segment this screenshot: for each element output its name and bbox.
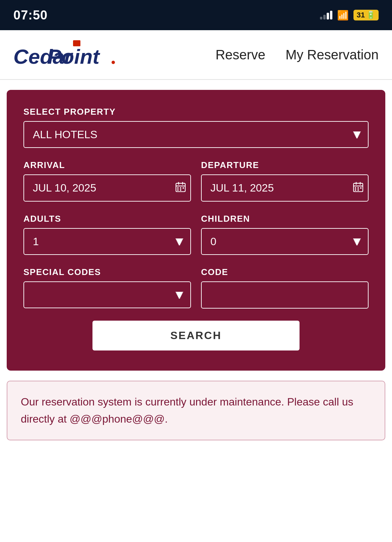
signal-bar-3	[327, 13, 329, 19]
arrival-date-wrapper	[23, 174, 191, 202]
battery-indicator: 31 🔋	[353, 10, 379, 20]
logo-svg: Cedar Point	[13, 40, 117, 70]
arrival-label: ARRIVAL	[23, 160, 191, 170]
svg-point-3	[112, 61, 115, 64]
main-content: SELECT PROPERTY ALL HOTELS ⯆ ARRIVAL	[0, 80, 392, 457]
dates-row: ARRIVAL	[23, 160, 369, 202]
arrival-date-input[interactable]	[23, 174, 191, 202]
property-select-wrapper: ALL HOTELS ⯆	[23, 121, 369, 148]
header: Cedar Point Reserve My Reservation	[0, 30, 392, 80]
code-input[interactable]	[201, 281, 369, 309]
nav-reserve[interactable]: Reserve	[215, 47, 265, 62]
property-select-section: SELECT PROPERTY ALL HOTELS ⯆	[23, 107, 369, 148]
property-select[interactable]: ALL HOTELS	[23, 121, 369, 148]
adults-label: ADULTS	[23, 214, 191, 224]
nav-links: Reserve My Reservation	[215, 47, 379, 62]
maintenance-text: Our reservation system is currently unde…	[21, 393, 371, 428]
special-codes-col: SPECIAL CODES ⯆	[23, 267, 191, 309]
special-codes-select-wrapper: ⯆	[23, 281, 191, 308]
adults-select[interactable]: 1 2 3 4	[23, 228, 191, 255]
status-bar: 07:50 📶 31 🔋	[0, 0, 392, 30]
signal-bar-4	[330, 11, 332, 19]
adults-select-wrapper: 1 2 3 4 ⯆	[23, 228, 191, 255]
cedar-point-logo: Cedar Point	[13, 40, 117, 70]
departure-date-wrapper	[201, 174, 369, 202]
departure-date-input[interactable]	[201, 174, 369, 202]
maintenance-notice: Our reservation system is currently unde…	[7, 381, 385, 440]
special-codes-label: SPECIAL CODES	[23, 267, 191, 277]
battery-level: 31	[357, 11, 365, 19]
adults-col: ADULTS 1 2 3 4 ⯆	[23, 214, 191, 255]
signal-bar-2	[323, 15, 326, 19]
logo-area: Cedar Point	[13, 40, 215, 70]
battery-icon: 🔋	[366, 11, 375, 19]
search-button[interactable]: SEARCH	[92, 321, 300, 350]
nav-my-reservation[interactable]: My Reservation	[285, 47, 379, 62]
departure-label: DEPARTURE	[201, 160, 369, 170]
signal-icon	[320, 11, 332, 19]
guests-row: ADULTS 1 2 3 4 ⯆ CHILDREN 0 1	[23, 214, 369, 255]
search-form: SELECT PROPERTY ALL HOTELS ⯆ ARRIVAL	[7, 90, 385, 371]
status-time: 07:50	[13, 8, 48, 22]
wifi-icon: 📶	[337, 10, 349, 21]
departure-col: DEPARTURE	[201, 160, 369, 202]
status-icons: 📶 31 🔋	[320, 10, 379, 21]
arrival-col: ARRIVAL	[23, 160, 191, 202]
special-codes-select[interactable]	[23, 281, 191, 308]
svg-text:Point: Point	[48, 45, 100, 68]
property-label: SELECT PROPERTY	[23, 107, 369, 117]
children-select[interactable]: 0 1 2 3	[201, 228, 369, 255]
signal-bar-1	[320, 17, 322, 19]
codes-row: SPECIAL CODES ⯆ CODE	[23, 267, 369, 309]
children-label: CHILDREN	[201, 214, 369, 224]
children-col: CHILDREN 0 1 2 3 ⯆	[201, 214, 369, 255]
code-label: CODE	[201, 267, 369, 277]
children-select-wrapper: 0 1 2 3 ⯆	[201, 228, 369, 255]
code-col: CODE	[201, 267, 369, 309]
